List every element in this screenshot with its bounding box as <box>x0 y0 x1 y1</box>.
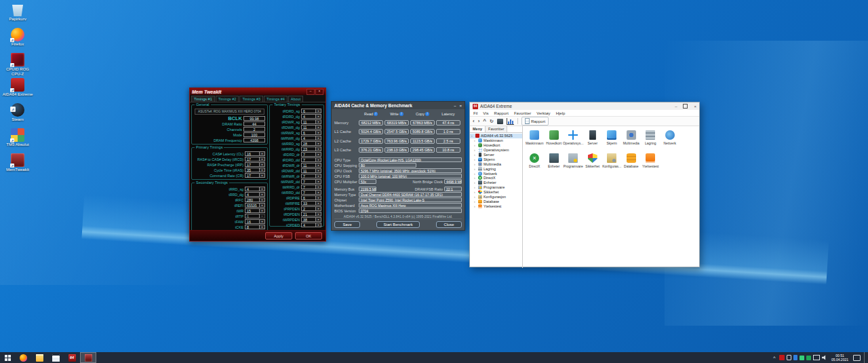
timing-value-select[interactable]: 6 <box>301 195 316 200</box>
taskbar-store[interactable] <box>47 352 64 363</box>
dropdown-arrow-icon[interactable] <box>260 168 265 172</box>
start-benchmark-button[interactable]: Start Benchmark <box>376 221 420 228</box>
save-button[interactable]: Save <box>334 221 360 228</box>
category-item[interactable]: Multimedia <box>622 130 642 145</box>
taskbar-aida64[interactable] <box>64 352 80 363</box>
timing-value-select[interactable]: 7 <box>301 190 316 195</box>
expander-icon[interactable] <box>474 167 477 171</box>
timing-value-select[interactable]: 2 <box>301 206 316 211</box>
timing-value-select[interactable]: 11 <box>301 168 316 173</box>
dropdown-arrow-icon[interactable] <box>316 185 321 189</box>
dropdown-arrow-icon[interactable] <box>260 208 265 213</box>
dropdown-arrow-icon[interactable] <box>316 114 321 119</box>
info-icon[interactable] <box>425 112 429 116</box>
desktop-icon[interactable]: MemTweakIt <box>1 153 35 178</box>
back-icon[interactable] <box>473 118 475 125</box>
dropdown-arrow-icon[interactable] <box>316 212 321 216</box>
taskbar-memtweakit[interactable] <box>80 352 96 363</box>
category-item[interactable]: Operativsys... <box>564 130 583 145</box>
tree-item-database[interactable]: Database <box>470 199 522 204</box>
tree-item-konfigurasjon[interactable]: Konfigurasjon <box>470 195 522 199</box>
dropdown-arrow-icon[interactable] <box>316 168 321 173</box>
close-button[interactable] <box>459 104 462 108</box>
menu-item[interactable]: Fil <box>473 111 477 115</box>
timing-value-select[interactable]: 4 <box>301 223 316 227</box>
tray-volume-icon[interactable] <box>822 355 827 360</box>
dropdown-arrow-icon[interactable] <box>316 141 321 146</box>
dropdown-arrow-icon[interactable] <box>316 163 321 168</box>
dropdown-arrow-icon[interactable] <box>316 217 321 222</box>
timing-value-select[interactable]: 35 <box>245 168 260 172</box>
memtweakit-titlebar[interactable]: Mem TweakIt <box>190 88 326 95</box>
menu-item[interactable]: Hjelp <box>556 111 566 115</box>
timing-value-select[interactable]: 65535 <box>245 203 260 208</box>
category-item[interactable]: Nettverk <box>660 130 680 145</box>
expander-icon[interactable] <box>471 134 474 138</box>
memtweakit-tab[interactable]: Timings #2 <box>216 96 239 102</box>
category-item[interactable]: Sikkerhet <box>583 153 603 168</box>
timing-value-select[interactable]: 33 <box>301 201 316 206</box>
expander-icon[interactable] <box>474 172 477 176</box>
memtweakit-tab[interactable]: Timings #4 <box>264 96 288 102</box>
dropdown-arrow-icon[interactable] <box>316 119 321 124</box>
expander-icon[interactable] <box>474 180 477 185</box>
timing-value-select[interactable]: 17 <box>245 157 260 161</box>
start-button[interactable] <box>0 352 15 363</box>
expander-icon[interactable] <box>474 176 477 180</box>
nav-tab[interactable]: Meny <box>470 126 486 132</box>
tray-display-icon[interactable] <box>813 355 820 360</box>
expander-icon[interactable] <box>474 195 477 199</box>
tree-item-operativsystem[interactable]: Operativsystem <box>470 148 522 153</box>
dropdown-arrow-icon[interactable] <box>316 206 321 211</box>
expander-icon[interactable] <box>474 157 477 161</box>
close-button[interactable]: Close <box>436 221 462 228</box>
timing-value-select[interactable]: 1T <box>245 173 260 178</box>
taskbar-firefox[interactable] <box>15 352 31 363</box>
benchmark-titlebar[interactable]: AIDA64 Cache & Memory Benchmark <box>332 102 465 109</box>
timing-value-select[interactable]: 16 <box>245 151 260 156</box>
category-item[interactable]: Konfiguras... <box>602 153 622 168</box>
refresh-icon[interactable] <box>490 118 494 125</box>
expander-icon[interactable] <box>474 162 477 166</box>
dropdown-arrow-icon[interactable] <box>260 192 265 197</box>
dropdown-arrow-icon[interactable] <box>316 130 321 135</box>
tree-item-maskinnavn[interactable]: Maskinnavn <box>470 138 522 143</box>
category-item[interactable]: Programvare <box>564 153 583 168</box>
show-desktop-button[interactable] <box>864 352 867 363</box>
forward-icon[interactable] <box>478 118 480 125</box>
taskbar-clock[interactable]: 00:51 05.04.2021 <box>829 354 850 362</box>
expander-icon[interactable] <box>474 190 477 194</box>
tray-green-utility-2-icon[interactable] <box>806 356 811 360</box>
dropdown-arrow-icon[interactable] <box>316 109 321 113</box>
tree-item-programvare[interactable]: Programvare <box>470 185 522 190</box>
tree-item-enheter[interactable]: Enheter <box>470 180 522 185</box>
dropdown-arrow-icon[interactable] <box>316 152 321 157</box>
category-item[interactable]: Database <box>622 153 642 168</box>
tree-item-ytelsestest[interactable]: Ytelsestest <box>470 204 522 208</box>
expander-icon[interactable] <box>474 185 477 189</box>
memtweakit-tab[interactable]: Timings #1 <box>191 96 215 102</box>
category-item[interactable]: Skjerm <box>602 130 622 145</box>
timing-value-select[interactable]: 6 <box>301 130 316 135</box>
dropdown-arrow-icon[interactable] <box>260 187 265 191</box>
expander-icon[interactable] <box>474 153 477 157</box>
action-center-icon[interactable] <box>853 355 861 361</box>
tray-bluetooth-icon[interactable] <box>793 355 797 360</box>
tray-chevron-up-icon[interactable] <box>772 355 777 360</box>
dropdown-arrow-icon[interactable] <box>316 195 321 200</box>
memtweakit-tab[interactable]: About <box>288 96 303 102</box>
dropdown-arrow-icon[interactable] <box>316 190 321 195</box>
minimize-button[interactable] <box>307 89 315 95</box>
dropdown-arrow-icon[interactable] <box>316 157 321 162</box>
expander-icon[interactable] <box>474 204 477 208</box>
category-item[interactable]: DirectX <box>525 153 545 168</box>
apply-button[interactable]: Apply <box>265 232 292 240</box>
desktop-icon[interactable]: TM5 Absolut <box>1 128 35 153</box>
timing-value-select[interactable]: 11 <box>301 119 316 124</box>
tree-item-nettverk[interactable]: Nettverk <box>470 171 522 176</box>
aida64-titlebar[interactable]: AIDA64 Extreme <box>470 102 699 110</box>
tools-icon[interactable] <box>497 119 503 124</box>
dropdown-arrow-icon[interactable] <box>260 157 265 161</box>
timing-value-select[interactable]: 16 <box>245 219 260 224</box>
dropdown-arrow-icon[interactable] <box>260 225 265 229</box>
